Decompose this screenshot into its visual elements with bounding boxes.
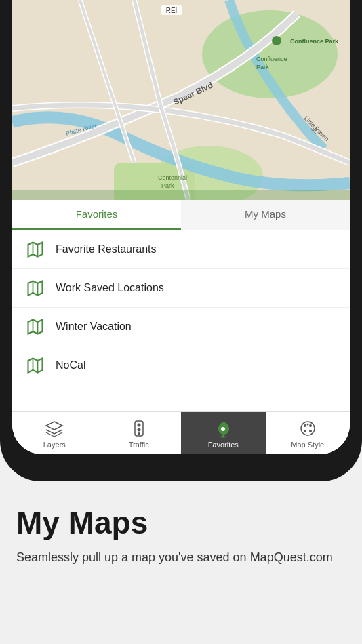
svg-point-29	[138, 432, 140, 435]
list-item-text-1: Favorite Restaurants	[56, 243, 157, 256]
svg-point-27	[137, 424, 140, 427]
svg-point-34	[304, 430, 306, 432]
map-icon-2	[26, 279, 45, 298]
svg-text:Park: Park	[256, 64, 269, 71]
palette-icon	[298, 419, 317, 438]
page-title: My Maps	[16, 506, 346, 540]
svg-point-36	[306, 424, 308, 426]
nav-item-layers[interactable]: Layers	[12, 412, 97, 454]
svg-marker-25	[46, 422, 62, 430]
list-item-text-3: Winter Vacation	[56, 321, 132, 333]
nav-label-layers: Layers	[43, 441, 66, 449]
svg-text:Centennial: Centennial	[158, 174, 187, 181]
list-item[interactable]: Favorite Restaurants	[12, 230, 350, 269]
list-item[interactable]: Work Saved Locations	[12, 269, 350, 308]
svg-rect-16	[12, 190, 350, 200]
tab-my-maps[interactable]: My Maps	[181, 200, 350, 230]
list-item-text-4: NoCal	[56, 359, 85, 371]
bottom-text-section: My Maps Seamlessly pull up a map you've …	[0, 481, 362, 587]
map-icon-1	[26, 240, 45, 259]
svg-point-32	[304, 424, 306, 427]
svg-point-30	[221, 427, 225, 431]
tabs-row: Favorites My Maps	[12, 200, 350, 230]
nav-label-traffic: Traffic	[129, 441, 149, 449]
nav-item-traffic[interactable]: Traffic	[97, 412, 182, 454]
traffic-icon	[129, 419, 148, 438]
svg-point-28	[137, 428, 140, 432]
favorites-icon	[214, 419, 233, 438]
bottom-nav: Layers Traffic Fav	[12, 411, 350, 454]
svg-text:Confluence: Confluence	[256, 56, 287, 62]
nav-item-favorites[interactable]: Favorites	[181, 412, 266, 454]
list-area: Favorite Restaurants Work Saved Location…	[12, 230, 350, 411]
phone-frame: REI Confluence Park Confluence Park Spee…	[0, 0, 362, 481]
nav-label-favorites: Favorites	[208, 441, 239, 449]
nav-item-map-style[interactable]: Map Style	[266, 412, 350, 454]
list-item[interactable]: Winter Vacation	[12, 308, 350, 346]
svg-text:Confluence Park: Confluence Park	[290, 38, 339, 45]
map-icon-3	[26, 317, 45, 336]
svg-point-6	[272, 36, 281, 45]
svg-point-35	[309, 430, 312, 432]
nav-label-map-style: Map Style	[291, 441, 324, 449]
layers-icon	[45, 419, 64, 438]
svg-text:REI: REI	[166, 7, 178, 14]
list-item[interactable]: NoCal	[12, 346, 350, 384]
tab-favorites[interactable]: Favorites	[12, 200, 181, 230]
map-area: REI Confluence Park Confluence Park Spee…	[12, 0, 350, 200]
map-icon-4	[26, 356, 45, 375]
list-item-text-2: Work Saved Locations	[56, 282, 164, 294]
svg-text:Park: Park	[161, 182, 174, 189]
phone-screen: REI Confluence Park Confluence Park Spee…	[12, 0, 350, 454]
page-subtitle: Seamlessly pull up a map you've saved on…	[16, 548, 346, 567]
svg-point-33	[309, 424, 312, 427]
